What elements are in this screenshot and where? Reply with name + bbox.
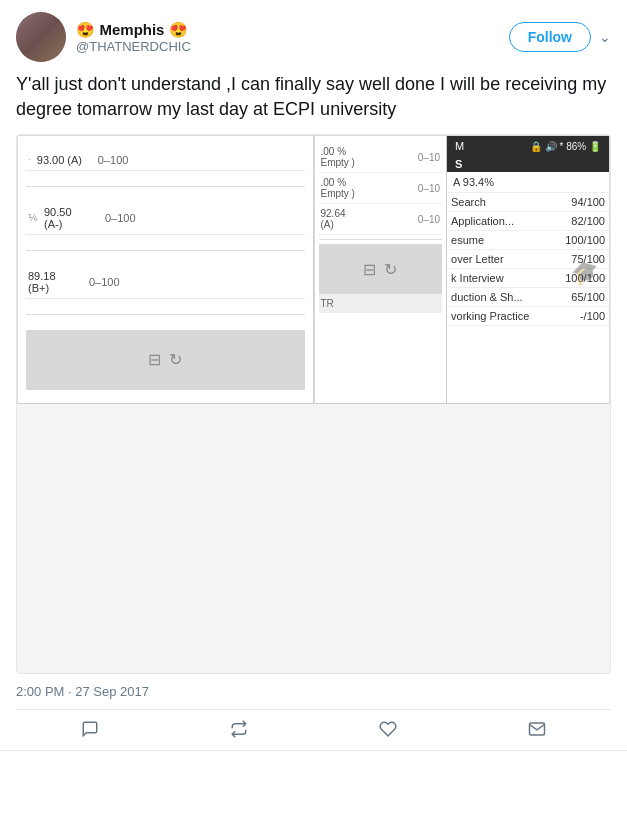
tweet-header: 😍 Memphis 😍 @THATNERDCHIC Follow ⌄ xyxy=(16,12,611,62)
grade-row: ⅙ 90.50(A-) 0–100 xyxy=(26,202,305,235)
like-button[interactable] xyxy=(379,720,397,738)
tweet-image: · 93.00 (A) 0–100 ⅙ 90.50(A-) 0–100 89.1… xyxy=(16,134,611,674)
chevron-down-icon[interactable]: ⌄ xyxy=(599,29,611,45)
grade-score-1: 93.00 (A) xyxy=(37,154,92,166)
avatar[interactable] xyxy=(16,12,66,62)
score-value: 94/100 xyxy=(571,196,605,208)
tweet-container: 😍 Memphis 😍 @THATNERDCHIC Follow ⌄ Y'all… xyxy=(0,0,627,751)
score-value: 100/100 xyxy=(565,234,605,246)
score-row-working: vorking Practice -/100 xyxy=(447,307,609,326)
mail-button[interactable] xyxy=(528,720,546,738)
reply-button[interactable] xyxy=(81,720,99,738)
gray-section-mid: ⊟ ↻ xyxy=(319,244,443,294)
grade-score-3: 89.18(B+) xyxy=(28,270,83,294)
score-label: duction & Sh... xyxy=(451,291,571,303)
score-value: 82/100 xyxy=(571,215,605,227)
dark-header-s: S xyxy=(455,158,462,170)
tr-label: TR xyxy=(321,298,334,309)
score-label: over Letter xyxy=(451,253,571,265)
score-label: Search xyxy=(451,196,571,208)
reply-icon xyxy=(81,720,99,738)
score-row-app: Application... 82/100 xyxy=(447,212,609,231)
retweet-icon xyxy=(230,720,248,738)
expand-icon-3: ⊟ xyxy=(363,260,376,279)
score-label: k Interview xyxy=(451,272,565,284)
score-row-search: Search 94/100 xyxy=(447,193,609,212)
emoji-right: 😍 xyxy=(169,21,188,38)
expand-icons: ⊟ ↻ xyxy=(148,350,182,369)
follow-button[interactable]: Follow xyxy=(509,22,591,52)
expand-icon-4: ↻ xyxy=(384,260,397,279)
tweet-text: Y'all just don't understand ,I can final… xyxy=(16,72,611,122)
tweet-timestamp: 2:00 PM · 27 Sep 2017 xyxy=(16,684,611,699)
score-label: vorking Practice xyxy=(451,310,580,322)
overall-grade: A 93.4% xyxy=(453,176,494,188)
retweet-button[interactable] xyxy=(230,720,248,738)
grades-left-panel: · 93.00 (A) 0–100 ⅙ 90.50(A-) 0–100 89.1… xyxy=(17,135,314,404)
grade-range-2: 0–100 xyxy=(105,212,145,224)
emoji-left: 😍 xyxy=(76,21,95,38)
tweet-actions xyxy=(16,709,611,738)
mid-score-3: 92.64(A) xyxy=(321,208,346,230)
mid-score-2: .00 %Empty ) xyxy=(321,177,355,199)
grade-row: · 93.00 (A) 0–100 xyxy=(26,150,305,171)
grade-score-2: 90.50(A-) xyxy=(44,206,99,230)
gray-section-left: ⊟ ↻ xyxy=(26,330,305,390)
grade-range-3: 0–100 xyxy=(89,276,129,288)
user-info: 😍 Memphis 😍 @THATNERDCHIC xyxy=(76,21,509,54)
score-label: esume xyxy=(451,234,565,246)
grade-range-1: 0–100 xyxy=(98,154,138,166)
dark-header-letter: M xyxy=(455,140,464,152)
status-icons: 🔒 🔊 * 86% 🔋 xyxy=(530,141,601,152)
dark-header-bar: M 🔒 🔊 * 86% 🔋 xyxy=(447,136,609,156)
grade-row: 89.18(B+) 0–100 xyxy=(26,266,305,299)
expand-icon-2: ↻ xyxy=(169,350,182,369)
score-value: 65/100 xyxy=(571,291,605,303)
score-row-duction: duction & Sh... 65/100 🎓 xyxy=(447,288,609,307)
heart-icon xyxy=(379,720,397,738)
display-name: 😍 Memphis 😍 xyxy=(76,21,509,39)
score-row-resume: esume 100/100 xyxy=(447,231,609,250)
mid-score-1: .00 %Empty ) xyxy=(321,146,355,168)
grades-right-panel: .00 %Empty ) 0–10 .00 %Empty ) 0–10 92.6… xyxy=(314,135,611,404)
expand-icon-1: ⊟ xyxy=(148,350,161,369)
score-value: -/100 xyxy=(580,310,605,322)
mid-range-2: 0–10 xyxy=(418,183,440,194)
mid-range-1: 0–10 xyxy=(418,152,440,163)
mail-icon xyxy=(528,720,546,738)
mid-range-3: 0–10 xyxy=(418,214,440,225)
score-label: Application... xyxy=(451,215,571,227)
screen-name: @THATNERDCHIC xyxy=(76,39,509,54)
username: Memphis xyxy=(99,21,164,38)
